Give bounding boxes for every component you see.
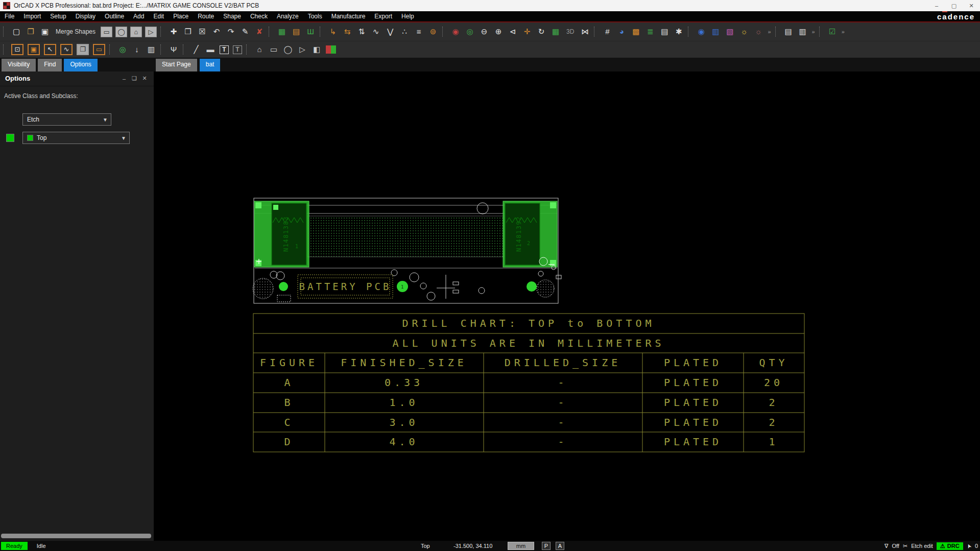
shape-mode-icon[interactable]: ▭: [93, 44, 105, 55]
view-3d-icon[interactable]: ▦: [549, 26, 562, 38]
scissors-icon[interactable]: ✂: [903, 543, 907, 549]
shape-select-icon[interactable]: ▷: [296, 43, 309, 56]
drc-badge[interactable]: ⚠DRC: [937, 542, 963, 550]
snap-pick-icon[interactable]: ↓: [130, 43, 144, 56]
menu-display[interactable]: Display: [71, 11, 100, 21]
menu-tools[interactable]: Tools: [303, 11, 327, 21]
measure-icon[interactable]: ▥: [145, 43, 158, 56]
design-canvas[interactable]: N1481383 1 N1481392 2: [154, 71, 980, 541]
slide-icon[interactable]: ⇆: [341, 26, 354, 38]
layer-color-swatch[interactable]: [6, 134, 14, 142]
menu-route[interactable]: Route: [193, 11, 219, 21]
menu-add[interactable]: Add: [129, 11, 149, 21]
pin-array-icon[interactable]: Ш: [304, 26, 317, 38]
shape-circle-icon[interactable]: ◯: [281, 43, 295, 56]
chip-edit-icon[interactable]: ▣: [28, 44, 40, 55]
minimize-button[interactable]: –: [928, 0, 945, 11]
class-dropdown[interactable]: Etch ▼: [22, 113, 111, 126]
merge-polygon-icon[interactable]: ⌂: [130, 27, 142, 37]
a-button[interactable]: A: [556, 542, 564, 550]
shape-subtract-icon[interactable]: ◧: [310, 43, 323, 56]
panel-minimize-icon[interactable]: –: [119, 76, 129, 82]
flip-design-icon[interactable]: ⋈: [578, 26, 591, 38]
menu-export[interactable]: Export: [370, 11, 397, 21]
menu-import[interactable]: Import: [19, 11, 45, 21]
route-connect-icon[interactable]: ↳: [326, 26, 340, 38]
preview-icon[interactable]: ◉: [695, 26, 708, 38]
merge-select-icon[interactable]: ▷: [145, 27, 157, 37]
zoom-center-icon[interactable]: ✛: [520, 26, 534, 38]
component-left[interactable]: N1481383 1: [254, 201, 309, 267]
design-params-icon[interactable]: ✱: [672, 26, 685, 38]
p-button[interactable]: P: [542, 542, 551, 550]
swap-component-icon[interactable]: ▤: [290, 26, 303, 38]
redraw-icon[interactable]: ↻: [535, 26, 548, 38]
select-net-icon[interactable]: ↖: [44, 44, 56, 55]
menu-help[interactable]: Help: [397, 11, 419, 21]
highlight-net-icon[interactable]: ◉: [449, 26, 462, 38]
overflow-chevron[interactable]: »: [766, 29, 773, 35]
shape-rect-icon[interactable]: ▭: [267, 43, 280, 56]
menu-check[interactable]: Check: [246, 11, 272, 21]
maximize-button[interactable]: ▢: [945, 0, 963, 11]
panel-float-icon[interactable]: ❏: [129, 75, 139, 82]
menu-file[interactable]: File: [0, 11, 19, 21]
spread-icon[interactable]: ∴: [398, 26, 411, 38]
zoom-out-icon[interactable]: ⊖: [477, 26, 491, 38]
grid-toggle-icon[interactable]: #: [601, 26, 614, 38]
dehighlight-icon[interactable]: ✘: [253, 26, 266, 38]
shadow-mode-icon[interactable]: ▩: [629, 26, 642, 38]
menu-analyze[interactable]: Analyze: [272, 11, 303, 21]
open-drawing-icon[interactable]: ❐: [24, 26, 37, 38]
bom-report-icon[interactable]: ▤: [782, 26, 795, 38]
panel-horizontal-scrollbar[interactable]: [1, 534, 151, 538]
smooth-route-icon[interactable]: ∿: [369, 26, 383, 38]
overflow-chevron-3[interactable]: »: [840, 29, 847, 35]
undo-icon[interactable]: ↶: [210, 26, 223, 38]
close-button[interactable]: ✕: [963, 0, 980, 11]
add-line-icon[interactable]: ╱: [189, 43, 203, 56]
brightness-icon[interactable]: ☼: [737, 26, 751, 38]
merge-rect-icon[interactable]: ▭: [101, 27, 112, 37]
color-dialog-icon[interactable]: ◕: [615, 26, 628, 38]
tab-visibility[interactable]: Visibility: [2, 59, 36, 71]
signal-probe-icon[interactable]: ∿: [60, 44, 73, 55]
menu-manufacture[interactable]: Manufacture: [327, 11, 370, 21]
dim-icon[interactable]: ☼: [752, 26, 765, 38]
vertex-icon[interactable]: ⋁: [384, 26, 397, 38]
zoom-in-icon[interactable]: ⊕: [492, 26, 505, 38]
add-text-icon[interactable]: T: [220, 45, 229, 54]
align-icon[interactable]: ≡: [412, 26, 425, 38]
subclass-dropdown[interactable]: Top ▼: [22, 132, 130, 144]
add-rect-icon[interactable]: ▬: [204, 43, 217, 56]
new-drawing-icon[interactable]: ▢: [10, 26, 23, 38]
cross-section-icon[interactable]: ▤: [658, 26, 671, 38]
menu-place[interactable]: Place: [169, 11, 193, 21]
shape-polygon-icon[interactable]: ⌂: [253, 43, 266, 56]
add-via-icon[interactable]: ⊚: [426, 26, 440, 38]
highlight-icon[interactable]: ✎: [238, 26, 252, 38]
padstack-edit-icon[interactable]: ⊡: [11, 44, 23, 55]
zoom-points-icon[interactable]: ◎: [116, 43, 129, 56]
menu-edit[interactable]: Edit: [149, 11, 169, 21]
pcb-drawing[interactable]: N1481383 1 N1481392 2: [154, 71, 980, 541]
place-component-icon[interactable]: ▦: [275, 26, 289, 38]
tab-bat[interactable]: bat: [200, 59, 221, 71]
copy-icon[interactable]: ❐: [181, 26, 195, 38]
filter-icon[interactable]: ∇: [885, 543, 888, 549]
tune-delay-icon[interactable]: ⇅: [355, 26, 368, 38]
units-button[interactable]: mm: [508, 542, 534, 550]
panel-close-icon[interactable]: ✕: [139, 75, 150, 82]
color-views-icon[interactable]: ▧: [723, 26, 736, 38]
tab-find[interactable]: Find: [38, 59, 62, 71]
tab-options[interactable]: Options: [64, 59, 97, 71]
save-drawing-icon[interactable]: ▣: [38, 26, 52, 38]
export-ok-icon[interactable]: ☑: [826, 26, 839, 38]
doc-info-icon[interactable]: ▥: [709, 26, 722, 38]
menu-setup[interactable]: Setup: [45, 11, 70, 21]
merge-circle-icon[interactable]: ◯: [115, 27, 127, 37]
tab-start-page[interactable]: Start Page: [156, 59, 197, 71]
delete-icon[interactable]: ☒: [196, 26, 209, 38]
menu-outline[interactable]: Outline: [100, 11, 129, 21]
redo-icon[interactable]: ↷: [224, 26, 237, 38]
